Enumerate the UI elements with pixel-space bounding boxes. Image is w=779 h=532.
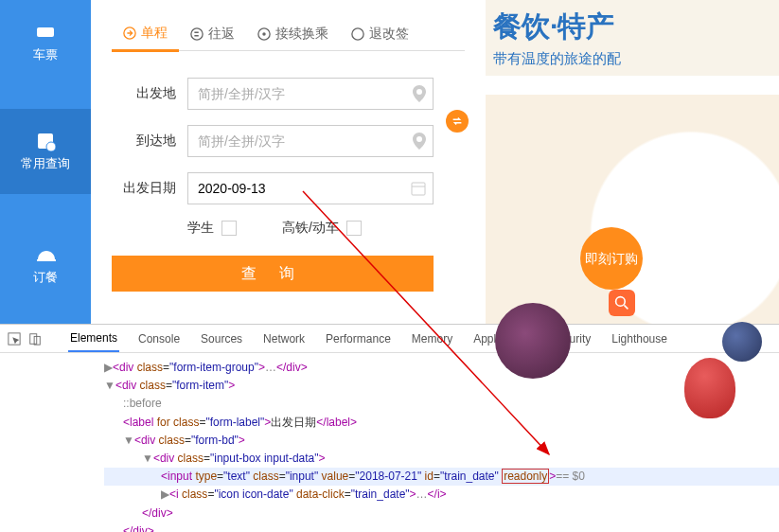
strawberry-image — [684, 358, 735, 418]
device-icon[interactable] — [28, 332, 42, 346]
banner-subtitle: 带有温度的旅途的配 — [493, 50, 771, 68]
from-input[interactable] — [187, 78, 434, 110]
devtools-tab-elements[interactable]: Elements — [68, 326, 119, 352]
devtools-tab-console[interactable]: Console — [136, 327, 182, 351]
swap-button[interactable] — [446, 110, 469, 133]
search-icon — [614, 295, 629, 310]
form-area: 单程 往返 接续换乘 退改签 出发地 到达地 出发日期 学生 高铁/动车 查 询 — [91, 0, 486, 324]
sidebar: 车票 常用查询 订餐 — [0, 0, 91, 324]
sidebar-item-label: 车票 — [33, 46, 58, 63]
readonly-highlight: readonly — [502, 469, 549, 484]
gaotie-label: 高铁/动车 — [282, 220, 339, 237]
to-label: 到达地 — [112, 133, 176, 150]
gaotie-checkbox[interactable] — [346, 221, 362, 236]
banner-image: 即刻订购 — [486, 95, 779, 324]
tab-oneway[interactable]: 单程 — [112, 17, 179, 52]
tab-label: 退改签 — [369, 26, 409, 43]
devtools-tabbar: Elements Console Sources Network Perform… — [0, 325, 779, 353]
svg-point-7 — [262, 32, 266, 36]
svg-rect-14 — [30, 333, 37, 344]
tab-label: 往返 — [208, 26, 235, 43]
banner-search-button[interactable] — [609, 290, 635, 316]
roundtrip-icon — [190, 27, 204, 41]
student-checkbox[interactable] — [221, 221, 237, 236]
svg-point-8 — [352, 27, 363, 39]
trip-tabs: 单程 往返 接续换乘 退改签 — [112, 17, 465, 51]
sidebar-item-label: 订餐 — [33, 269, 58, 286]
sidebar-item-meal[interactable]: 订餐 — [0, 222, 91, 308]
transfer-icon — [257, 27, 271, 41]
date-input[interactable] — [187, 172, 434, 204]
devtools-tab-network[interactable]: Network — [261, 327, 307, 351]
tab-transfer[interactable]: 接续换乘 — [246, 17, 340, 50]
query-icon — [35, 131, 56, 151]
location-icon — [413, 85, 426, 102]
devtools-tab-lighthouse[interactable]: Lighthouse — [610, 327, 669, 351]
search-button[interactable]: 查 询 — [112, 256, 434, 292]
svg-point-2 — [46, 142, 56, 151]
svg-point-5 — [191, 27, 203, 39]
devtools-panel: Elements Console Sources Network Perform… — [0, 324, 779, 532]
dom-tree[interactable]: ▶<div class="form-item-group">…</div> ▼<… — [0, 353, 779, 532]
swap-icon — [451, 115, 464, 128]
ticket-icon — [35, 22, 56, 43]
tab-label: 单程 — [141, 25, 168, 42]
location-icon — [413, 133, 426, 150]
from-label: 出发地 — [112, 85, 176, 102]
svg-point-11 — [616, 297, 626, 307]
blueberry-image — [722, 322, 762, 362]
meal-icon — [35, 244, 56, 265]
banner: 餐饮·特产 带有温度的旅途的配 即刻订购 — [486, 0, 779, 324]
tab-label: 接续换乘 — [275, 26, 328, 43]
mangosteen-image — [495, 303, 571, 379]
student-label: 学生 — [187, 220, 214, 237]
tab-roundtrip[interactable]: 往返 — [179, 17, 246, 50]
inspect-icon[interactable] — [8, 332, 21, 346]
banner-title: 餐饮·特产 — [493, 8, 771, 46]
sidebar-item-label: 常用查询 — [21, 155, 70, 172]
svg-rect-3 — [37, 259, 56, 261]
devtools-tab-memory[interactable]: Memory — [410, 327, 454, 351]
tab-refund[interactable]: 退改签 — [340, 17, 420, 50]
sidebar-item-queries[interactable]: 常用查询 — [0, 109, 91, 194]
svg-line-12 — [624, 305, 628, 309]
buy-now-button[interactable]: 即刻订购 — [580, 227, 643, 290]
devtools-tab-performance[interactable]: Performance — [324, 327, 393, 351]
refund-icon — [351, 27, 364, 41]
svg-rect-9 — [412, 183, 425, 195]
dom-selected-line: <input type="text" class="input" value="… — [104, 468, 779, 486]
sidebar-item-tickets[interactable]: 车票 — [0, 0, 91, 85]
to-input[interactable] — [187, 125, 434, 157]
calendar-icon — [411, 181, 426, 196]
date-label: 出发日期 — [112, 180, 176, 197]
svg-rect-0 — [37, 27, 54, 37]
devtools-tab-sources[interactable]: Sources — [199, 327, 244, 351]
arrow-right-icon — [123, 27, 136, 40]
